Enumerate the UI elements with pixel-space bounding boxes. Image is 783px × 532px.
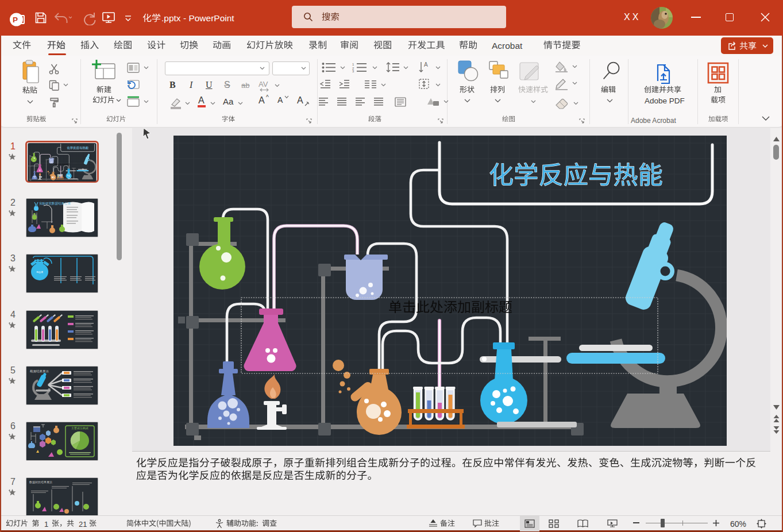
svg-text:检测结果展示: 检测结果展示 — [30, 369, 49, 373]
svg-text:3: 3 — [352, 70, 354, 72]
svg-text:实验研究数据结果公展: 实验研究数据结果公展 — [39, 202, 71, 206]
svg-text:A: A — [424, 61, 428, 68]
svg-text:数据对比结果展示: 数据对比结果展示 — [29, 480, 52, 484]
svg-text:1: 1 — [352, 63, 354, 66]
svg-text:主要成分构成: 主要成分构成 — [71, 426, 88, 430]
svg-text:P: P — [13, 16, 18, 24]
